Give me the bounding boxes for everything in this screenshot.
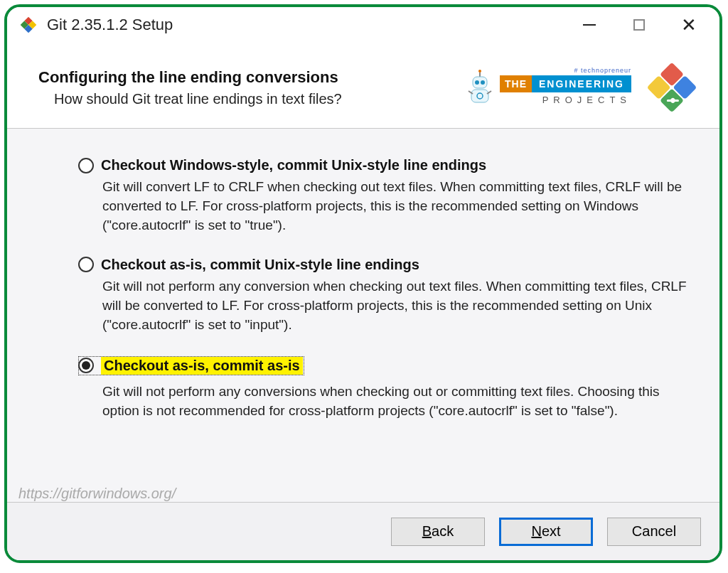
option-desc: Git will convert LF to CRLF when checkin… [102, 178, 695, 235]
option-checkout-asis-commit-asis: Checkout as-is, commit as-is Git will no… [78, 356, 695, 421]
button-bar: Back Next Cancel [7, 502, 719, 560]
svg-point-8 [481, 80, 485, 85]
header-text: Configuring the line ending conversions … [38, 68, 450, 107]
window-title: Git 2.35.1.2 Setup [47, 16, 564, 34]
svg-point-4 [478, 70, 481, 73]
minimize-button[interactable] [564, 7, 614, 43]
installer-window: Git 2.35.1.2 Setup ✕ Configuring the lin… [4, 4, 722, 563]
diamond-icon [644, 60, 700, 115]
robot-icon [464, 67, 496, 108]
option-windows-style: Checkout Windows-style, commit Unix-styl… [78, 157, 695, 235]
logo-the: THE [500, 75, 532, 92]
option-label: Checkout as-is, commit Unix-style line e… [101, 257, 419, 273]
header-logos: # technopreneur THE ENGINEERING PROJECTS [464, 60, 700, 115]
titlebar: Git 2.35.1.2 Setup ✕ [7, 7, 719, 43]
option-checkout-asis-commit-unix: Checkout as-is, commit Unix-style line e… [78, 257, 695, 335]
page-subtitle: How should Git treat line endings in tex… [38, 91, 450, 107]
logo-engineering: ENGINEERING [532, 75, 631, 92]
svg-rect-9 [471, 90, 488, 102]
option-label: Checkout as-is, commit as-is [101, 357, 303, 375]
maximize-button[interactable] [614, 7, 664, 43]
radio-icon [78, 257, 94, 272]
option-desc: Git will not perform any conversion when… [102, 277, 695, 335]
option-label: Checkout Windows-style, commit Unix-styl… [101, 157, 486, 173]
radio-icon [78, 158, 94, 173]
logo-tagline: # technopreneur [500, 67, 631, 74]
radio-checkout-asis-commit-unix[interactable]: Checkout as-is, commit Unix-style line e… [78, 257, 695, 273]
cancel-button[interactable]: Cancel [607, 518, 701, 546]
engineering-projects-logo: # technopreneur THE ENGINEERING PROJECTS [464, 67, 631, 108]
radio-windows-style[interactable]: Checkout Windows-style, commit Unix-styl… [78, 157, 695, 173]
option-desc: Git will not perform any conversions whe… [102, 382, 695, 421]
radio-icon [78, 358, 94, 373]
header: Configuring the line ending conversions … [7, 43, 719, 129]
app-icon [20, 16, 37, 33]
content-area: Checkout Windows-style, commit Unix-styl… [7, 129, 719, 503]
next-button[interactable]: Next [499, 518, 593, 546]
close-button[interactable]: ✕ [664, 7, 714, 43]
radio-checkout-asis-commit-asis[interactable]: Checkout as-is, commit as-is [78, 356, 304, 375]
window-controls: ✕ [564, 7, 714, 43]
logo-projects: PROJECTS [500, 95, 631, 105]
svg-point-7 [475, 80, 479, 85]
footer-url: https://gitforwindows.org/ [18, 486, 176, 502]
back-button[interactable]: Back [391, 518, 485, 546]
page-title: Configuring the line ending conversions [38, 68, 450, 87]
